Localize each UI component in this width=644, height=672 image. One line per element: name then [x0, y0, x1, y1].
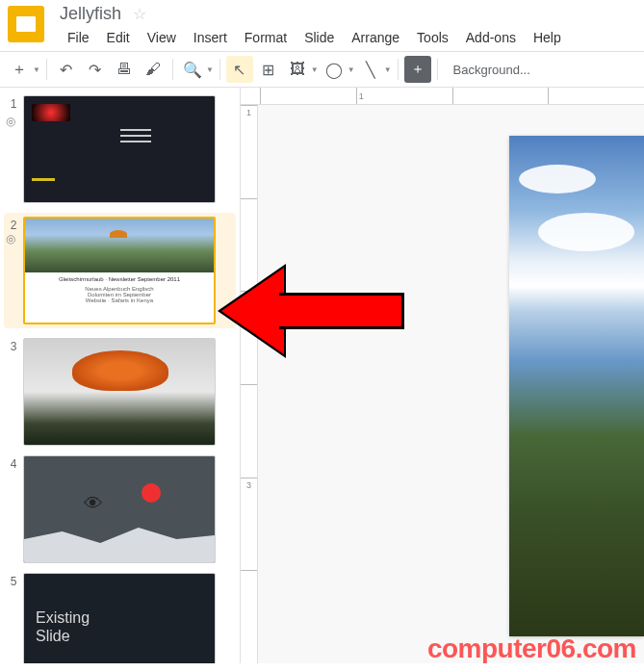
paint-format-button[interactable]: 🖌	[140, 56, 167, 83]
thumbnail-image: Existing Slide	[23, 573, 216, 663]
annotation-icon: ◎	[6, 232, 15, 246]
title-row: Jellyfish ☆	[60, 4, 636, 24]
slide-number: 1	[4, 95, 23, 111]
vertical-ruler: 1 2 3	[241, 105, 258, 663]
app-header: Jellyfish ☆ File Edit View Insert Format…	[0, 0, 644, 51]
menu-format[interactable]: Format	[237, 26, 295, 49]
line-button[interactable]: ╲	[357, 56, 384, 83]
text-box-button[interactable]: ⊞	[255, 56, 282, 83]
slide-thumbnail-1[interactable]: 1 ◎	[4, 95, 236, 203]
new-slide-button[interactable]: ＋	[6, 56, 33, 83]
slide-canvas[interactable]	[509, 136, 644, 636]
comment-button[interactable]: ＋	[404, 56, 431, 83]
print-button[interactable]: 🖶	[111, 56, 138, 83]
thumbnail-image: 👁	[23, 455, 216, 563]
thumb-title: Existing Slide	[36, 608, 90, 645]
thumbnail-image	[23, 338, 216, 446]
toolbar: ＋ ▼ ↶ ↷ 🖶 🖌 🔍 ▼ ↖ ⊞ 🖼 ▼ ◯ ▼ ╲ ▼ ＋ Backgr…	[0, 51, 644, 88]
workspace: 1 ◎ 2 ◎ Gleitschirmurlaub · Newsletter S…	[0, 88, 644, 663]
thumb-caption-1: Gleitschirmurlaub · Newsletter September…	[33, 276, 206, 282]
shape-button[interactable]: ◯	[321, 56, 348, 83]
separator	[46, 59, 47, 80]
menu-file[interactable]: File	[60, 26, 97, 49]
background-button[interactable]: Background...	[444, 56, 540, 83]
zoom-caret-icon[interactable]: ▼	[206, 65, 214, 74]
annotation-icon: ◎	[6, 115, 15, 128]
menu-help[interactable]: Help	[526, 26, 569, 49]
zoom-button[interactable]: 🔍	[179, 56, 206, 83]
line-caret-icon[interactable]: ▼	[384, 65, 392, 74]
slide-number: 4	[4, 455, 23, 471]
separator	[219, 59, 220, 80]
undo-button[interactable]: ↶	[53, 56, 80, 83]
menu-arrange[interactable]: Arrange	[344, 26, 407, 49]
presentation-title[interactable]: Jellyfish	[60, 2, 121, 27]
select-tool-button[interactable]: ↖	[226, 56, 253, 83]
menu-view[interactable]: View	[140, 26, 184, 49]
menu-slide[interactable]: Slide	[296, 26, 342, 49]
image-button[interactable]: 🖼	[284, 56, 311, 83]
slide-panel[interactable]: 1 ◎ 2 ◎ Gleitschirmurlaub · Newsletter S…	[0, 88, 241, 663]
horizontal-ruler: 1	[241, 88, 644, 105]
image-caret-icon[interactable]: ▼	[311, 65, 319, 74]
slide-thumbnail-2[interactable]: 2 ◎ Gleitschirmurlaub · Newsletter Septe…	[4, 213, 236, 328]
slide-number: 3	[4, 338, 23, 353]
menu-tools[interactable]: Tools	[409, 26, 456, 49]
slide-background-image	[509, 136, 644, 636]
watermark-text: computer06.com	[427, 633, 636, 664]
slide-thumbnail-4[interactable]: 4 👁	[4, 455, 236, 563]
slide-thumbnail-3[interactable]: 3	[4, 338, 236, 446]
separator	[172, 59, 173, 80]
slide-number: 2	[4, 217, 23, 232]
redo-button[interactable]: ↷	[82, 56, 109, 83]
google-slides-logo[interactable]	[8, 6, 44, 42]
new-slide-caret-icon[interactable]: ▼	[33, 65, 40, 74]
menu-bar: File Edit View Insert Format Slide Arran…	[60, 24, 636, 51]
shape-caret-icon[interactable]: ▼	[348, 65, 355, 74]
thumbnail-image	[23, 95, 216, 203]
canvas-area[interactable]: 1 1 2 3	[241, 88, 644, 663]
slide-number: 5	[4, 573, 23, 588]
hidden-icon: 👁	[84, 493, 103, 515]
menu-edit[interactable]: Edit	[99, 26, 138, 49]
separator	[398, 59, 399, 80]
thumb-caption-2: Neues Alpenbuch Englisch Dolomiten im Se…	[33, 286, 206, 303]
slide-thumbnail-5[interactable]: 5 Existing Slide	[4, 573, 236, 663]
separator	[437, 59, 438, 80]
thumbnail-image: Gleitschirmurlaub · Newsletter September…	[23, 217, 216, 324]
menu-insert[interactable]: Insert	[186, 26, 235, 49]
menu-add-ons[interactable]: Add-ons	[458, 26, 524, 49]
star-icon[interactable]: ☆	[133, 6, 146, 22]
